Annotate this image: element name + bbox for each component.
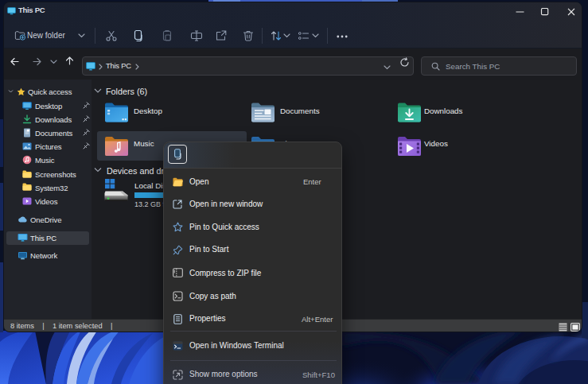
svg-text:Music: Music <box>134 139 154 148</box>
svg-text:Desktop: Desktop <box>134 107 162 115</box>
svg-text:Folders (6): Folders (6) <box>106 87 147 96</box>
svg-text:Documents: Documents <box>280 107 320 115</box>
svg-text:Videos: Videos <box>424 139 448 148</box>
svg-text:Downloads: Downloads <box>424 107 463 115</box>
